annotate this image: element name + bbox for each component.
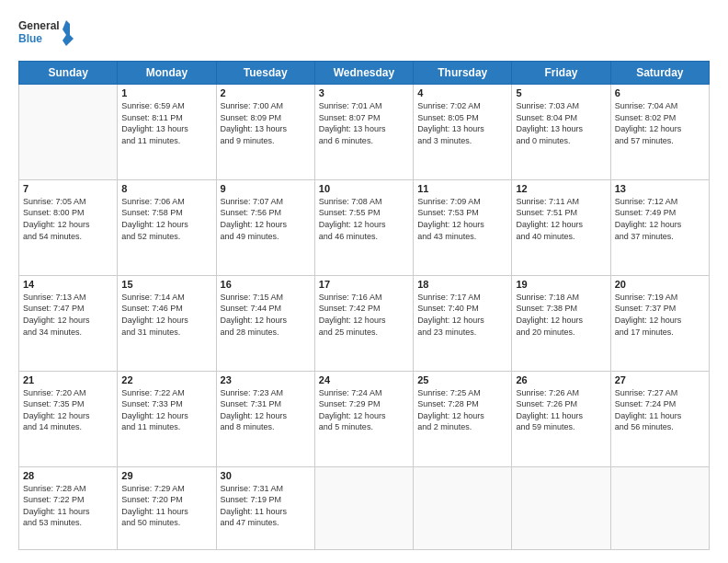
cell-text: Sunrise: 7:16 AMSunset: 7:42 PMDaylight:… (319, 292, 409, 338)
day-number: 6 (615, 87, 705, 98)
cell-text: Sunrise: 7:04 AMSunset: 8:02 PMDaylight:… (615, 100, 705, 146)
calendar-cell: 22Sunrise: 7:22 AMSunset: 7:33 PMDayligh… (118, 371, 216, 466)
cell-text: Sunrise: 7:08 AMSunset: 7:55 PMDaylight:… (319, 196, 409, 242)
weekday-header-sunday: Sunday (19, 62, 118, 85)
weekday-header-wednesday: Wednesday (314, 62, 413, 85)
day-number: 30 (221, 470, 311, 481)
cell-text: Sunrise: 7:25 AMSunset: 7:28 PMDaylight:… (417, 387, 507, 433)
weekday-header-friday: Friday (512, 62, 610, 85)
calendar-cell: 14Sunrise: 7:13 AMSunset: 7:47 PMDayligh… (19, 275, 118, 371)
day-number: 18 (417, 279, 507, 290)
cell-text: Sunrise: 7:01 AMSunset: 8:07 PMDaylight:… (319, 100, 409, 146)
calendar-cell: 7Sunrise: 7:05 AMSunset: 8:00 PMDaylight… (19, 179, 118, 275)
day-number: 21 (23, 374, 113, 385)
day-number: 29 (121, 470, 211, 481)
cell-text: Sunrise: 7:28 AMSunset: 7:22 PMDaylight:… (23, 483, 113, 529)
day-number: 11 (417, 183, 507, 194)
calendar-cell: 8Sunrise: 7:06 AMSunset: 7:58 PMDaylight… (118, 179, 216, 275)
cell-text: Sunrise: 7:20 AMSunset: 7:35 PMDaylight:… (23, 387, 113, 433)
cell-text: Sunrise: 7:27 AMSunset: 7:24 PMDaylight:… (615, 387, 705, 433)
calendar-cell: 16Sunrise: 7:15 AMSunset: 7:44 PMDayligh… (216, 275, 314, 371)
calendar-cell (610, 466, 709, 549)
calendar-cell: 21Sunrise: 7:20 AMSunset: 7:35 PMDayligh… (19, 371, 118, 466)
day-number: 2 (221, 87, 311, 98)
calendar-cell: 13Sunrise: 7:12 AMSunset: 7:49 PMDayligh… (610, 179, 709, 275)
day-number: 20 (615, 279, 705, 290)
calendar-cell: 25Sunrise: 7:25 AMSunset: 7:28 PMDayligh… (414, 371, 512, 466)
cell-text: Sunrise: 7:24 AMSunset: 7:29 PMDaylight:… (319, 387, 409, 433)
day-number: 22 (121, 374, 211, 385)
cell-text: Sunrise: 7:22 AMSunset: 7:33 PMDaylight:… (121, 387, 211, 433)
cell-text: Sunrise: 7:19 AMSunset: 7:37 PMDaylight:… (615, 292, 705, 338)
day-number: 10 (319, 183, 409, 194)
cell-text: Sunrise: 7:03 AMSunset: 8:04 PMDaylight:… (516, 100, 606, 146)
calendar-cell: 4Sunrise: 7:02 AMSunset: 8:05 PMDaylight… (414, 85, 512, 180)
calendar-cell: 15Sunrise: 7:14 AMSunset: 7:46 PMDayligh… (118, 275, 216, 371)
calendar-cell: 30Sunrise: 7:31 AMSunset: 7:19 PMDayligh… (216, 466, 314, 549)
calendar-week-row: 7Sunrise: 7:05 AMSunset: 8:00 PMDaylight… (19, 179, 710, 275)
calendar-cell: 5Sunrise: 7:03 AMSunset: 8:04 PMDaylight… (512, 85, 610, 180)
calendar-cell: 6Sunrise: 7:04 AMSunset: 8:02 PMDaylight… (610, 85, 709, 180)
calendar-cell: 27Sunrise: 7:27 AMSunset: 7:24 PMDayligh… (610, 371, 709, 466)
day-number: 7 (23, 183, 113, 194)
cell-text: Sunrise: 7:06 AMSunset: 7:58 PMDaylight:… (121, 196, 211, 242)
day-number: 23 (221, 374, 311, 385)
calendar-cell (414, 466, 512, 549)
calendar-cell: 20Sunrise: 7:19 AMSunset: 7:37 PMDayligh… (610, 275, 709, 371)
day-number: 19 (516, 279, 606, 290)
header: General Blue (18, 17, 710, 52)
cell-text: Sunrise: 7:14 AMSunset: 7:46 PMDaylight:… (121, 292, 211, 338)
day-number: 1 (121, 87, 211, 98)
calendar-week-row: 21Sunrise: 7:20 AMSunset: 7:35 PMDayligh… (19, 371, 710, 466)
day-number: 15 (121, 279, 211, 290)
cell-text: Sunrise: 7:18 AMSunset: 7:38 PMDaylight:… (516, 292, 606, 338)
cell-text: Sunrise: 7:11 AMSunset: 7:51 PMDaylight:… (516, 196, 606, 242)
calendar-cell: 17Sunrise: 7:16 AMSunset: 7:42 PMDayligh… (314, 275, 413, 371)
logo: General Blue (18, 17, 74, 52)
day-number: 8 (121, 183, 211, 194)
cell-text: Sunrise: 7:31 AMSunset: 7:19 PMDaylight:… (221, 483, 311, 529)
weekday-header-monday: Monday (118, 62, 216, 85)
page: General Blue SundayMondayTuesdayWednesda… (0, 0, 728, 563)
logo-svg: General Blue (18, 17, 74, 52)
calendar-cell: 11Sunrise: 7:09 AMSunset: 7:53 PMDayligh… (414, 179, 512, 275)
calendar-cell: 10Sunrise: 7:08 AMSunset: 7:55 PMDayligh… (314, 179, 413, 275)
calendar-cell (512, 466, 610, 549)
calendar-cell: 24Sunrise: 7:24 AMSunset: 7:29 PMDayligh… (314, 371, 413, 466)
cell-text: Sunrise: 7:05 AMSunset: 8:00 PMDaylight:… (23, 196, 113, 242)
calendar-cell: 2Sunrise: 7:00 AMSunset: 8:09 PMDaylight… (216, 85, 314, 180)
calendar-week-row: 1Sunrise: 6:59 AMSunset: 8:11 PMDaylight… (19, 85, 710, 180)
day-number: 4 (417, 87, 507, 98)
day-number: 24 (319, 374, 409, 385)
weekday-header-thursday: Thursday (414, 62, 512, 85)
cell-text: Sunrise: 7:29 AMSunset: 7:20 PMDaylight:… (121, 483, 211, 529)
svg-text:General: General (18, 19, 60, 32)
day-number: 13 (615, 183, 705, 194)
calendar-cell: 29Sunrise: 7:29 AMSunset: 7:20 PMDayligh… (118, 466, 216, 549)
day-number: 9 (221, 183, 311, 194)
calendar-cell (314, 466, 413, 549)
cell-text: Sunrise: 7:26 AMSunset: 7:26 PMDaylight:… (516, 387, 606, 433)
calendar-cell: 1Sunrise: 6:59 AMSunset: 8:11 PMDaylight… (118, 85, 216, 180)
calendar-cell: 9Sunrise: 7:07 AMSunset: 7:56 PMDaylight… (216, 179, 314, 275)
cell-text: Sunrise: 7:23 AMSunset: 7:31 PMDaylight:… (221, 387, 311, 433)
calendar-week-row: 14Sunrise: 7:13 AMSunset: 7:47 PMDayligh… (19, 275, 710, 371)
day-number: 26 (516, 374, 606, 385)
day-number: 28 (23, 470, 113, 481)
cell-text: Sunrise: 7:17 AMSunset: 7:40 PMDaylight:… (417, 292, 507, 338)
calendar-cell: 28Sunrise: 7:28 AMSunset: 7:22 PMDayligh… (19, 466, 118, 549)
day-number: 5 (516, 87, 606, 98)
calendar-table: SundayMondayTuesdayWednesdayThursdayFrid… (18, 61, 710, 550)
calendar-week-row: 28Sunrise: 7:28 AMSunset: 7:22 PMDayligh… (19, 466, 710, 549)
calendar-cell: 23Sunrise: 7:23 AMSunset: 7:31 PMDayligh… (216, 371, 314, 466)
svg-marker-2 (63, 20, 74, 46)
calendar-cell: 26Sunrise: 7:26 AMSunset: 7:26 PMDayligh… (512, 371, 610, 466)
calendar-cell: 12Sunrise: 7:11 AMSunset: 7:51 PMDayligh… (512, 179, 610, 275)
cell-text: Sunrise: 7:13 AMSunset: 7:47 PMDaylight:… (23, 292, 113, 338)
cell-text: Sunrise: 7:00 AMSunset: 8:09 PMDaylight:… (221, 100, 311, 146)
day-number: 14 (23, 279, 113, 290)
svg-text:Blue: Blue (18, 32, 42, 45)
day-number: 12 (516, 183, 606, 194)
calendar-cell (19, 85, 118, 180)
calendar-cell: 19Sunrise: 7:18 AMSunset: 7:38 PMDayligh… (512, 275, 610, 371)
